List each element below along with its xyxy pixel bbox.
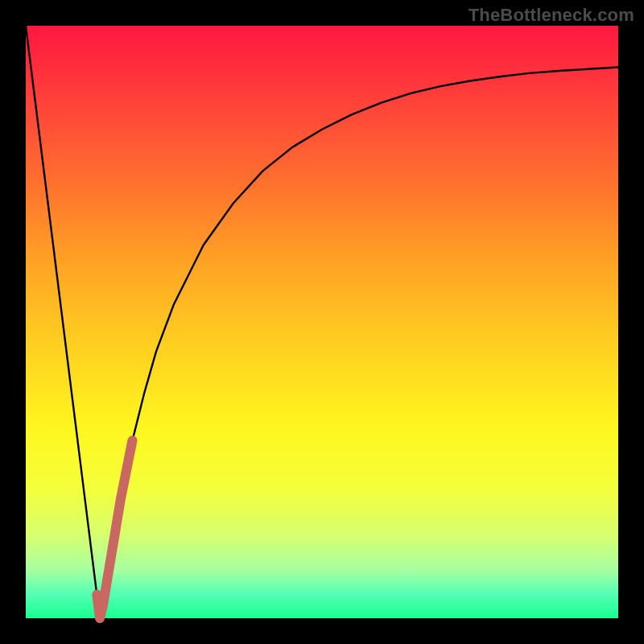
attribution-text: TheBottleneck.com bbox=[469, 5, 634, 26]
chart-frame: TheBottleneck.com bbox=[0, 0, 644, 644]
chart-svg bbox=[26, 26, 618, 618]
highlight-segment bbox=[97, 440, 132, 618]
plot-area bbox=[26, 26, 618, 618]
